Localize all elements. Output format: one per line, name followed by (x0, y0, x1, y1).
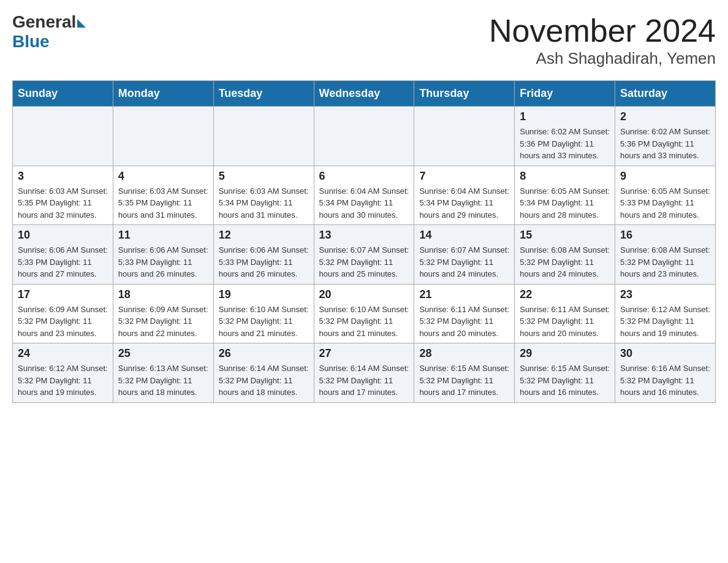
day-number: 14 (419, 229, 509, 242)
calendar-cell: 11Sunrise: 6:06 AM Sunset: 5:33 PM Dayli… (113, 225, 213, 285)
day-number: 28 (419, 347, 509, 360)
calendar-cell (113, 107, 213, 166)
page-header: General Blue November 2024 Ash Shaghadir… (12, 12, 716, 68)
calendar-cell: 1Sunrise: 6:02 AM Sunset: 5:36 PM Daylig… (515, 107, 615, 166)
day-info: Sunrise: 6:09 AM Sunset: 5:32 PM Dayligh… (118, 304, 208, 340)
day-number: 10 (18, 229, 108, 242)
day-number: 27 (319, 347, 409, 360)
day-info: Sunrise: 6:05 AM Sunset: 5:33 PM Dayligh… (620, 185, 710, 221)
calendar-cell (213, 107, 314, 166)
day-number: 20 (319, 288, 409, 301)
day-number: 5 (219, 170, 309, 183)
day-info: Sunrise: 6:09 AM Sunset: 5:32 PM Dayligh… (18, 304, 108, 340)
day-number: 18 (118, 288, 208, 301)
day-number: 12 (219, 229, 309, 242)
day-info: Sunrise: 6:08 AM Sunset: 5:32 PM Dayligh… (520, 244, 610, 280)
day-of-week-header: Sunday (13, 81, 113, 107)
logo: General Blue (12, 12, 86, 52)
day-number: 19 (219, 288, 309, 301)
day-number: 13 (319, 229, 409, 242)
day-info: Sunrise: 6:03 AM Sunset: 5:35 PM Dayligh… (18, 185, 108, 221)
calendar-cell: 13Sunrise: 6:07 AM Sunset: 5:32 PM Dayli… (314, 225, 414, 285)
day-info: Sunrise: 6:11 AM Sunset: 5:32 PM Dayligh… (520, 304, 610, 340)
day-number: 4 (118, 170, 208, 183)
day-number: 7 (419, 170, 509, 183)
day-info: Sunrise: 6:12 AM Sunset: 5:32 PM Dayligh… (620, 304, 710, 340)
day-of-week-header: Monday (113, 81, 213, 107)
calendar-cell: 12Sunrise: 6:06 AM Sunset: 5:33 PM Dayli… (213, 225, 314, 285)
day-info: Sunrise: 6:02 AM Sunset: 5:36 PM Dayligh… (620, 126, 710, 162)
calendar-cell: 5Sunrise: 6:03 AM Sunset: 5:34 PM Daylig… (213, 166, 314, 225)
calendar-table: SundayMondayTuesdayWednesdayThursdayFrid… (12, 80, 716, 403)
day-info: Sunrise: 6:04 AM Sunset: 5:34 PM Dayligh… (419, 185, 509, 221)
day-info: Sunrise: 6:10 AM Sunset: 5:32 PM Dayligh… (319, 304, 409, 340)
day-of-week-header: Friday (515, 81, 615, 107)
calendar-cell: 22Sunrise: 6:11 AM Sunset: 5:32 PM Dayli… (515, 284, 615, 343)
day-info: Sunrise: 6:06 AM Sunset: 5:33 PM Dayligh… (18, 244, 108, 280)
calendar-cell: 16Sunrise: 6:08 AM Sunset: 5:32 PM Dayli… (615, 225, 716, 285)
day-of-week-header: Saturday (615, 81, 716, 107)
day-info: Sunrise: 6:16 AM Sunset: 5:32 PM Dayligh… (620, 362, 710, 399)
day-number: 3 (18, 170, 108, 183)
day-info: Sunrise: 6:15 AM Sunset: 5:32 PM Dayligh… (419, 362, 509, 399)
day-number: 17 (18, 288, 108, 301)
day-number: 21 (419, 288, 509, 301)
day-info: Sunrise: 6:10 AM Sunset: 5:32 PM Dayligh… (219, 304, 309, 340)
day-info: Sunrise: 6:06 AM Sunset: 5:33 PM Dayligh… (219, 244, 309, 280)
day-info: Sunrise: 6:02 AM Sunset: 5:36 PM Dayligh… (520, 126, 610, 162)
day-info: Sunrise: 6:14 AM Sunset: 5:32 PM Dayligh… (219, 362, 309, 399)
day-number: 29 (520, 347, 610, 360)
day-info: Sunrise: 6:03 AM Sunset: 5:35 PM Dayligh… (118, 185, 208, 221)
calendar-week-row: 1Sunrise: 6:02 AM Sunset: 5:36 PM Daylig… (13, 107, 716, 166)
calendar-cell (13, 107, 113, 166)
calendar-cell: 19Sunrise: 6:10 AM Sunset: 5:32 PM Dayli… (213, 284, 314, 343)
day-info: Sunrise: 6:12 AM Sunset: 5:32 PM Dayligh… (18, 362, 108, 399)
calendar-cell: 10Sunrise: 6:06 AM Sunset: 5:33 PM Dayli… (13, 225, 113, 285)
calendar-cell: 21Sunrise: 6:11 AM Sunset: 5:32 PM Dayli… (414, 284, 515, 343)
calendar-cell: 23Sunrise: 6:12 AM Sunset: 5:32 PM Dayli… (615, 284, 716, 343)
day-info: Sunrise: 6:04 AM Sunset: 5:34 PM Dayligh… (319, 185, 409, 221)
calendar-cell: 15Sunrise: 6:08 AM Sunset: 5:32 PM Dayli… (515, 225, 615, 285)
calendar-cell: 30Sunrise: 6:16 AM Sunset: 5:32 PM Dayli… (615, 343, 716, 403)
day-number: 6 (319, 170, 409, 183)
calendar-week-row: 3Sunrise: 6:03 AM Sunset: 5:35 PM Daylig… (13, 166, 716, 225)
day-number: 16 (620, 229, 710, 242)
day-number: 24 (18, 347, 108, 360)
calendar-cell: 7Sunrise: 6:04 AM Sunset: 5:34 PM Daylig… (414, 166, 515, 225)
day-number: 22 (520, 288, 610, 301)
day-number: 30 (620, 347, 710, 360)
day-number: 1 (520, 110, 610, 123)
day-number: 11 (118, 229, 208, 242)
title-area: November 2024 Ash Shaghadirah, Yemen (489, 12, 716, 68)
calendar-cell: 18Sunrise: 6:09 AM Sunset: 5:32 PM Dayli… (113, 284, 213, 343)
day-info: Sunrise: 6:11 AM Sunset: 5:32 PM Dayligh… (419, 304, 509, 340)
location-title: Ash Shaghadirah, Yemen (489, 49, 716, 68)
calendar-cell: 17Sunrise: 6:09 AM Sunset: 5:32 PM Dayli… (13, 284, 113, 343)
day-info: Sunrise: 6:15 AM Sunset: 5:32 PM Dayligh… (520, 362, 610, 399)
day-number: 8 (520, 170, 610, 183)
calendar-cell: 9Sunrise: 6:05 AM Sunset: 5:33 PM Daylig… (615, 166, 716, 225)
calendar-cell (414, 107, 515, 166)
month-title: November 2024 (489, 12, 716, 49)
day-info: Sunrise: 6:03 AM Sunset: 5:34 PM Dayligh… (219, 185, 309, 221)
calendar-header-row: SundayMondayTuesdayWednesdayThursdayFrid… (13, 81, 716, 107)
day-of-week-header: Tuesday (213, 81, 314, 107)
calendar-cell: 29Sunrise: 6:15 AM Sunset: 5:32 PM Dayli… (515, 343, 615, 403)
day-number: 25 (118, 347, 208, 360)
calendar-cell: 20Sunrise: 6:10 AM Sunset: 5:32 PM Dayli… (314, 284, 414, 343)
day-number: 23 (620, 288, 710, 301)
calendar-cell: 8Sunrise: 6:05 AM Sunset: 5:34 PM Daylig… (515, 166, 615, 225)
logo-general-text: General (12, 12, 76, 32)
day-info: Sunrise: 6:05 AM Sunset: 5:34 PM Dayligh… (520, 185, 610, 221)
logo-blue-text: Blue (12, 32, 50, 51)
day-of-week-header: Wednesday (314, 81, 414, 107)
day-info: Sunrise: 6:07 AM Sunset: 5:32 PM Dayligh… (319, 244, 409, 280)
calendar-cell: 25Sunrise: 6:13 AM Sunset: 5:32 PM Dayli… (113, 343, 213, 403)
logo-arrow-icon (77, 19, 86, 28)
calendar-cell: 14Sunrise: 6:07 AM Sunset: 5:32 PM Dayli… (414, 225, 515, 285)
calendar-cell: 27Sunrise: 6:14 AM Sunset: 5:32 PM Dayli… (314, 343, 414, 403)
calendar-week-row: 10Sunrise: 6:06 AM Sunset: 5:33 PM Dayli… (13, 225, 716, 285)
calendar-cell: 26Sunrise: 6:14 AM Sunset: 5:32 PM Dayli… (213, 343, 314, 403)
day-number: 2 (620, 110, 710, 123)
day-info: Sunrise: 6:06 AM Sunset: 5:33 PM Dayligh… (118, 244, 208, 280)
